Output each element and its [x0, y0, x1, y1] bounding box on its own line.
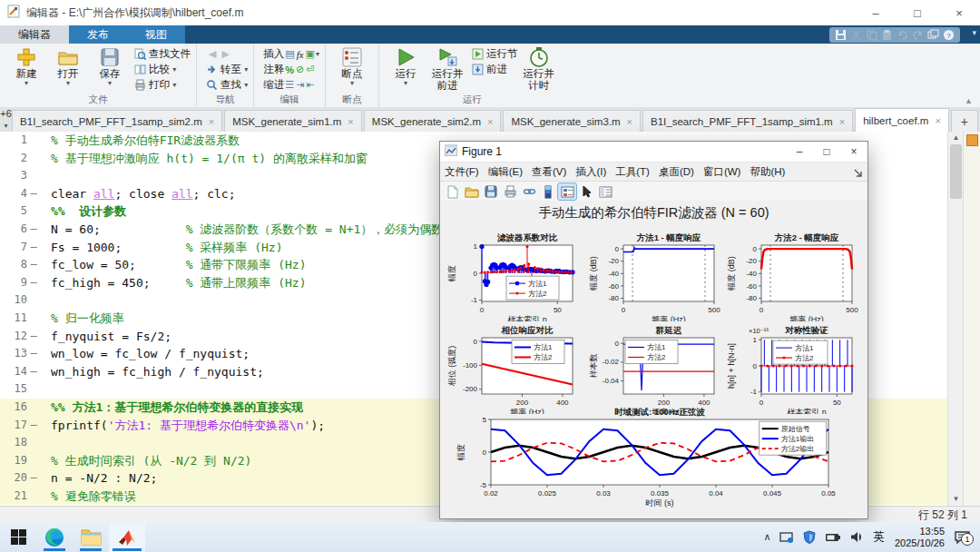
notification-center-icon[interactable]: 1: [955, 530, 970, 544]
tab-close-icon[interactable]: ×: [935, 115, 940, 126]
compare-button[interactable]: 比较 ▾: [134, 62, 191, 77]
tab-close-icon[interactable]: ×: [839, 116, 845, 127]
tray-battery-icon[interactable]: [825, 532, 841, 542]
figure-menu-item[interactable]: 帮助(H): [745, 165, 789, 179]
insert-section-icon[interactable]: ▤: [285, 48, 294, 60]
editor-tab[interactable]: hilbert_coef.m×: [855, 108, 949, 132]
breakpoints-button[interactable]: 断点▾: [331, 46, 373, 87]
redo-icon[interactable]: [910, 28, 926, 42]
tray-volume-icon[interactable]: [850, 531, 864, 543]
scroll-down-icon[interactable]: ▼: [948, 493, 964, 506]
tray-clock[interactable]: 13:55 2025/10/26: [895, 526, 945, 549]
editor-tab[interactable]: B1I_search_PMF_FFT_1samp_sim2.m×: [12, 110, 222, 132]
editor-tab[interactable]: B1I_search_PMF_FFT_1samp_sim1.m×: [642, 110, 853, 132]
switch-window-icon[interactable]: [926, 28, 941, 42]
smart-indent-icon[interactable]: ☰: [285, 79, 294, 91]
new-button[interactable]: 新建▾: [5, 46, 47, 87]
indent-left-icon[interactable]: ⇤: [306, 79, 314, 91]
message-indicator-icon[interactable]: [966, 134, 978, 146]
figure-menu-item[interactable]: 工具(T): [611, 165, 654, 179]
new-tab-button[interactable]: +: [951, 110, 978, 132]
ribbon-tab-publish[interactable]: 发布: [69, 25, 127, 44]
taskbar-explorer-icon[interactable]: [73, 522, 109, 552]
run-section-button[interactable]: 运行节: [472, 46, 518, 62]
tab-close-icon[interactable]: ×: [209, 116, 214, 127]
close-button[interactable]: ×: [938, 0, 980, 25]
insert-colorbar-icon[interactable]: [539, 183, 557, 200]
help-icon[interactable]: ?: [941, 28, 956, 42]
print-button[interactable]: 打印 ▾: [134, 77, 191, 93]
run-and-time-button[interactable]: 运行并计时: [518, 46, 560, 93]
scrollbar-thumb[interactable]: [950, 144, 962, 199]
ribbon-tab-view[interactable]: 视图: [127, 25, 185, 44]
tab-close-icon[interactable]: ×: [348, 116, 353, 127]
link-plot-icon[interactable]: [520, 183, 538, 200]
open-button[interactable]: 打开▾: [47, 46, 89, 87]
svg-text:方法2: 方法2: [528, 290, 547, 298]
taskbar-matlab-icon[interactable]: [109, 522, 145, 552]
quick-access-caret-icon[interactable]: ▾: [972, 28, 976, 37]
insert-block-icon[interactable]: ▣: [306, 48, 315, 60]
indent-right-icon[interactable]: ⇥: [296, 79, 304, 91]
start-button[interactable]: [0, 522, 36, 552]
open-file-icon[interactable]: [463, 183, 481, 200]
figure-menu-item[interactable]: 编辑(E): [484, 165, 527, 179]
editor-tab[interactable]: MSK_generate_sim2.m×: [364, 110, 502, 132]
figure-menu-item[interactable]: 文件(F): [440, 165, 484, 179]
insert-legend-icon[interactable]: [558, 183, 576, 200]
uncomment-icon[interactable]: ⊘: [296, 64, 304, 75]
property-inspector-icon[interactable]: [596, 183, 614, 200]
run-button[interactable]: 运行▾: [385, 46, 426, 87]
collapse-ribbon-icon[interactable]: ▲: [965, 96, 973, 105]
maximize-button[interactable]: □: [897, 0, 938, 25]
tray-display-icon[interactable]: [779, 531, 794, 544]
editor-tab[interactable]: MSK_generate_sim3.m×: [503, 110, 641, 132]
figure-menu-item[interactable]: 插入(I): [571, 165, 611, 179]
comment-icon[interactable]: %: [285, 64, 294, 75]
cut-icon[interactable]: [848, 28, 864, 42]
tray-expand-icon[interactable]: ∧: [763, 531, 770, 543]
minimize-button[interactable]: –: [855, 0, 897, 25]
save-icon[interactable]: [833, 28, 848, 42]
back-icon[interactable]: ◀: [209, 48, 216, 60]
advance-button[interactable]: 前进: [472, 62, 518, 77]
comment-row[interactable]: 注释 % ⊘ ⏎: [263, 62, 319, 77]
forward-icon[interactable]: ▶: [221, 48, 229, 60]
taskbar-edge-icon[interactable]: [36, 522, 73, 552]
tab-overflow-badge[interactable]: +6▾: [0, 108, 12, 132]
ime-indicator[interactable]: 英: [873, 529, 885, 545]
undo-icon[interactable]: [895, 28, 910, 42]
new-figure-icon[interactable]: [444, 183, 462, 200]
ribbon-tab-editor[interactable]: 编辑器: [0, 25, 69, 44]
tab-close-icon[interactable]: ×: [487, 116, 493, 127]
editor-vertical-scrollbar[interactable]: ▲ ▼: [947, 132, 964, 506]
indent-row[interactable]: 缩进 ☰ ⇥ ⇤: [263, 77, 319, 93]
figure-window[interactable]: Figure 1 – □ × 文件(F)编辑(E)查看(V)插入(I)工具(T)…: [439, 141, 868, 519]
svg-text:50: 50: [833, 399, 841, 407]
tray-shield-icon[interactable]: [803, 530, 816, 544]
figure-menu-item[interactable]: 桌面(D): [654, 165, 699, 179]
goto-button[interactable]: 转至 ▾: [206, 62, 248, 77]
tab-close-icon[interactable]: ×: [627, 116, 632, 127]
paste-icon[interactable]: [879, 28, 895, 42]
figure-menu-item[interactable]: 窗口(W): [699, 165, 746, 179]
save-button[interactable]: 保存▾: [89, 46, 131, 87]
find-button[interactable]: 查找 ▾: [206, 77, 248, 93]
run-and-advance-button[interactable]: 运行并前进: [426, 46, 468, 93]
dock-figure-icon[interactable]: [854, 165, 863, 182]
save-figure-icon[interactable]: [482, 183, 500, 200]
print-figure-icon[interactable]: [501, 183, 519, 200]
figure-menu-item[interactable]: 查看(V): [527, 165, 571, 179]
figure-maximize-button[interactable]: □: [813, 142, 840, 162]
insert-function-icon[interactable]: fx: [297, 49, 304, 60]
insert-row[interactable]: 插入 ▤ fx ▣ ▾: [263, 46, 319, 62]
editor-message-indicator-bar[interactable]: [963, 132, 980, 506]
figure-minimize-button[interactable]: –: [786, 142, 813, 162]
editor-tab[interactable]: MSK_generate_sim1.m×: [224, 110, 362, 132]
wrap-comment-icon[interactable]: ⏎: [306, 64, 314, 75]
edit-plot-cursor-icon[interactable]: [577, 183, 595, 200]
figure-close-button[interactable]: ×: [840, 142, 867, 162]
find-file-button[interactable]: 查找文件: [134, 46, 191, 62]
copy-icon[interactable]: [864, 28, 879, 42]
scroll-up-icon[interactable]: ▲: [948, 132, 964, 144]
